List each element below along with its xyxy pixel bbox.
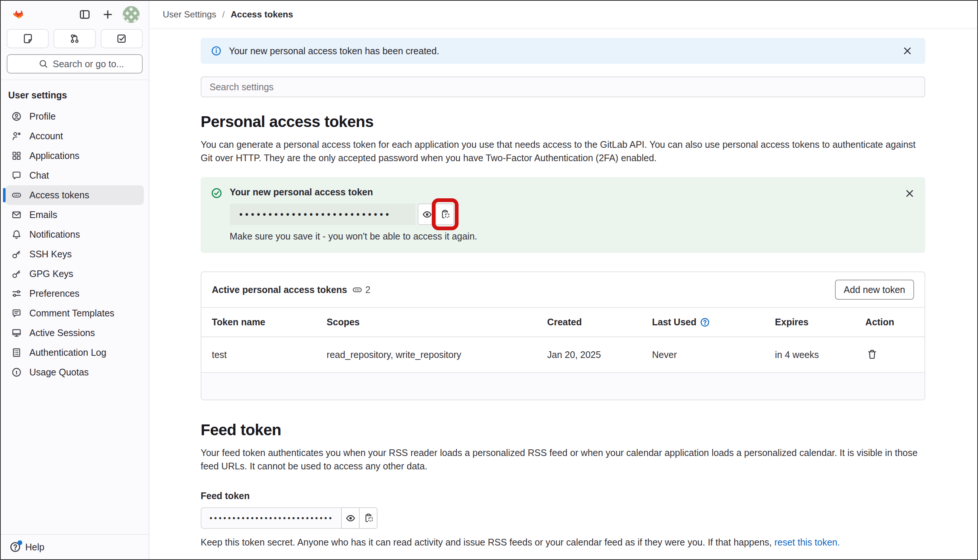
cell-scopes: read_repository, write_repository xyxy=(320,337,541,372)
comment-lines-icon xyxy=(12,308,22,318)
tokens-table-footer xyxy=(201,373,925,400)
monitor-icon xyxy=(12,328,22,338)
active-tokens-title: Active personal access tokens xyxy=(212,285,347,295)
sidebar-item-authentication-log[interactable]: Authentication Log xyxy=(5,343,144,362)
sidebar-toggle-button[interactable] xyxy=(77,6,93,23)
cell-last-used: Never xyxy=(646,337,769,372)
sidebar-item-emails[interactable]: Emails xyxy=(5,205,144,225)
account-icon xyxy=(12,131,22,141)
copy-to-clipboard-icon xyxy=(364,513,374,523)
create-new-button[interactable] xyxy=(100,6,116,23)
sidebar-item-gpg-keys[interactable]: GPG Keys xyxy=(5,264,144,284)
new-token-alert: Your new personal access token •••••••••… xyxy=(201,177,925,253)
feed-token-description: Your feed token authenticates you when y… xyxy=(201,447,925,473)
sidebar-item-label: Profile xyxy=(29,111,56,122)
tokens-table-header-row: Token name Scopes Created Last Used Expi… xyxy=(201,307,925,337)
sidebar-item-applications[interactable]: Applications xyxy=(5,146,144,166)
issues-shortcut-button[interactable] xyxy=(7,29,49,48)
sidebar-item-label: Comment Templates xyxy=(29,308,114,318)
tokens-table: Token name Scopes Created Last Used Expi… xyxy=(201,307,925,373)
sidebar-item-label: GPG Keys xyxy=(29,268,73,279)
gauge-icon xyxy=(12,367,22,377)
new-token-value-field[interactable]: •••••••••••••••••••••••••• xyxy=(230,203,416,225)
sidebar-item-account[interactable]: Account xyxy=(5,126,144,146)
gitlab-logo-icon[interactable] xyxy=(10,6,27,23)
page-title: Personal access tokens xyxy=(201,113,925,131)
key-icon xyxy=(12,269,22,279)
search-placeholder: Search or go to... xyxy=(53,59,124,70)
help-icon xyxy=(10,542,21,553)
sidebar-item-label: Usage Quotas xyxy=(29,367,89,378)
settings-search-input[interactable] xyxy=(201,77,925,97)
close-icon xyxy=(902,46,913,56)
cell-action xyxy=(860,337,925,372)
copy-feed-token-button[interactable] xyxy=(359,507,377,529)
cell-token-name: test xyxy=(201,337,320,372)
info-banner-close-button[interactable] xyxy=(900,43,915,58)
breadcrumb-user-settings[interactable]: User Settings xyxy=(163,9,216,20)
column-scopes: Scopes xyxy=(320,307,541,337)
feed-token-field-group: ••••••••••••••••••••••••••• xyxy=(201,507,925,529)
breadcrumb: User Settings / Access tokens xyxy=(149,1,977,29)
sidebar-item-active-sessions[interactable]: Active Sessions xyxy=(5,323,144,343)
search-input[interactable]: Search or go to... xyxy=(7,54,143,73)
comment-icon xyxy=(12,170,22,180)
reset-feed-token-link[interactable]: reset this token. xyxy=(774,537,840,547)
sidebar-item-label: Emails xyxy=(29,210,57,220)
page-content: Your new personal access token has been … xyxy=(149,29,977,559)
sidebar-item-label: Preferences xyxy=(29,288,80,299)
copy-to-clipboard-icon xyxy=(440,210,450,220)
help-menu-button[interactable]: Help xyxy=(1,534,149,559)
active-tokens-card: Active personal access tokens 2 Add new … xyxy=(201,272,925,400)
sidebar-item-ssh-keys[interactable]: SSH Keys xyxy=(5,244,144,264)
token-count-badge: 2 xyxy=(352,285,371,295)
sliders-icon xyxy=(12,288,22,298)
new-token-field-group: •••••••••••••••••••••••••• xyxy=(230,203,915,225)
add-new-token-button[interactable]: Add new token xyxy=(835,280,914,300)
column-token-name: Token name xyxy=(201,307,320,337)
sidebar-item-notifications[interactable]: Notifications xyxy=(5,225,144,244)
applications-icon xyxy=(12,151,22,161)
eye-icon xyxy=(345,513,355,523)
sidebar-item-comment-templates[interactable]: Comment Templates xyxy=(5,303,144,323)
issues-icon xyxy=(23,33,33,44)
sidebar-menu-area: User settings Profile Account Applicatio… xyxy=(1,80,149,534)
token-icon xyxy=(352,285,362,295)
column-last-used-label: Last Used xyxy=(652,317,696,328)
sidebar-item-access-tokens[interactable]: Access tokens xyxy=(5,185,144,205)
active-tokens-card-header: Active personal access tokens 2 Add new … xyxy=(201,272,925,307)
information-circle-icon xyxy=(211,46,222,56)
reveal-feed-token-button[interactable] xyxy=(341,507,360,529)
sidebar-item-label: Account xyxy=(29,131,63,142)
breadcrumb-access-tokens: Access tokens xyxy=(231,9,293,20)
todos-shortcut-button[interactable] xyxy=(101,29,143,48)
cell-created: Jan 20, 2025 xyxy=(541,337,646,372)
question-circle-icon[interactable] xyxy=(700,318,710,327)
merge-request-icon xyxy=(70,33,80,44)
notification-dot xyxy=(17,540,22,545)
log-icon xyxy=(12,348,22,358)
sidebar-item-preferences[interactable]: Preferences xyxy=(5,284,144,303)
reveal-token-button[interactable] xyxy=(418,203,436,225)
search-icon xyxy=(38,59,48,69)
sidebar-item-profile[interactable]: Profile xyxy=(5,107,144,126)
sidebar-item-label: Access tokens xyxy=(29,190,89,200)
feed-token-value-field[interactable]: ••••••••••••••••••••••••••• xyxy=(201,507,341,529)
merge-requests-shortcut-button[interactable] xyxy=(53,29,95,48)
token-count: 2 xyxy=(365,285,371,295)
sidebar: Search or go to... User settings Profile… xyxy=(1,1,149,559)
revoke-token-button[interactable] xyxy=(865,348,879,361)
sidebar-menu: Profile Account Applications Chat Access… xyxy=(1,107,149,382)
copy-token-button[interactable] xyxy=(436,203,454,225)
new-token-alert-close-button[interactable] xyxy=(902,186,917,201)
todo-done-icon xyxy=(116,33,127,44)
sidebar-item-usage-quotas[interactable]: Usage Quotas xyxy=(5,362,144,382)
app-window: Search or go to... User settings Profile… xyxy=(0,0,978,560)
feed-token-secret-note: Keep this token secret. Anyone who has i… xyxy=(201,537,925,548)
pat-description: You can generate a personal access token… xyxy=(201,138,925,165)
sidebar-item-chat[interactable]: Chat xyxy=(5,166,144,185)
sidebar-item-label: Applications xyxy=(29,150,80,161)
user-avatar[interactable] xyxy=(123,6,140,23)
sidebar-item-label: SSH Keys xyxy=(29,249,72,260)
feed-secret-text: Keep this token secret. Anyone who has i… xyxy=(201,537,772,547)
